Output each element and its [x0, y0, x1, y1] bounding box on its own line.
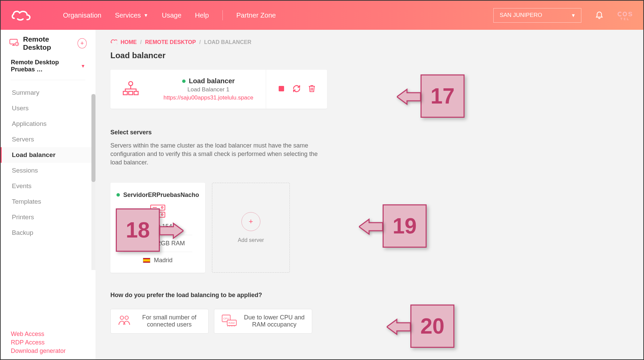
status-dot-icon: [182, 80, 186, 83]
svg-point-10: [162, 213, 163, 215]
svg-point-12: [125, 316, 128, 319]
sidebar-item-users[interactable]: Users: [1, 100, 95, 116]
nav-partner-zone[interactable]: Partner Zone: [236, 12, 276, 19]
flag-es-icon: [143, 258, 150, 263]
server-spec: 2 Cores - 2GB RAM: [116, 240, 199, 247]
lb-subname: Load Balancer 1: [154, 86, 262, 93]
top-nav: Organisation Services▼ Usage Help Partne…: [63, 10, 276, 20]
chevron-down-icon: ▼: [144, 13, 148, 18]
load-balancer-card: Load balancer Load Balancer 1 https://sa…: [110, 70, 327, 109]
server-ip: 10.0.0.154: [116, 223, 199, 230]
org-selector[interactable]: SAN JUNIPERO ▾: [493, 8, 581, 23]
sidebar-subscription-selector[interactable]: Remote Desktop Pruebas … ▼: [1, 57, 95, 78]
logo: [11, 9, 33, 22]
balancing-question: How do you prefer the load balancing to …: [110, 292, 623, 299]
svg-text:RAM: RAM: [229, 321, 235, 324]
lb-name: Load balancer: [189, 77, 235, 85]
cpu-ram-icon: CPURAM: [221, 314, 237, 329]
notifications-icon[interactable]: [595, 10, 604, 20]
svg-rect-4: [129, 91, 133, 95]
nav-services[interactable]: Services▼: [115, 12, 148, 19]
breadcrumb-current: LOAD BALANCER: [204, 39, 252, 45]
stop-button[interactable]: [278, 85, 285, 94]
home-icon: [110, 39, 117, 45]
link-web-access[interactable]: Web Access: [11, 331, 66, 338]
page-title: Load balancer: [110, 51, 623, 60]
server-card[interactable]: ServidorERPruebasNacho 10.0.0.154 2 Core…: [110, 183, 205, 273]
sidebar-item-printers[interactable]: Printers: [1, 209, 95, 225]
server-name: ServidorERPruebasNacho: [123, 192, 199, 199]
status-dot-icon: [116, 193, 120, 197]
add-server-label: Add server: [238, 237, 264, 243]
option-cpu-ram[interactable]: CPURAM Due to lower CPU and RAM occupanc…: [214, 309, 312, 334]
svg-text:CPU: CPU: [223, 317, 229, 320]
nav-help[interactable]: Help: [195, 12, 209, 19]
breadcrumb-home[interactable]: HOME: [121, 39, 137, 45]
svg-point-11: [120, 316, 124, 319]
breadcrumb: HOME / REMOTE DESKTOP / LOAD BALANCER: [110, 39, 623, 45]
chevron-down-icon: ▼: [81, 63, 85, 69]
sidebar-item-templates[interactable]: Templates: [1, 194, 95, 209]
nav-usage[interactable]: Usage: [162, 12, 181, 19]
select-servers-title: Select servers: [110, 129, 623, 136]
chevron-down-icon: ▾: [572, 12, 575, 19]
top-header: Organisation Services▼ Usage Help Partne…: [1, 1, 643, 30]
svg-point-2: [129, 82, 133, 86]
svg-marker-17: [397, 89, 421, 104]
sidebar-item-sessions[interactable]: Sessions: [1, 163, 95, 178]
sidebar-title: Remote Desktop: [23, 35, 73, 51]
plus-icon: +: [241, 212, 260, 231]
sidebar-nav: Summary Users Applications Servers Load …: [1, 85, 95, 241]
sidebar-item-load-balancer[interactable]: Load balancer: [1, 147, 95, 163]
sidebar-item-summary[interactable]: Summary: [1, 85, 95, 100]
sidebar-footer-links: Web Access RDP Access Download generator: [11, 331, 66, 355]
nav-separator: [222, 10, 223, 20]
add-remote-desktop-button[interactable]: +: [78, 38, 87, 48]
nav-organisation[interactable]: Organisation: [63, 12, 101, 19]
lb-url-link[interactable]: https://saju00apps31.jotelulu.space: [154, 94, 262, 101]
users-icon: [117, 315, 131, 328]
secondary-logo: ᴄᴏѕᴛᴇʟ: [617, 10, 633, 20]
svg-rect-5: [134, 91, 138, 95]
sidebar-item-servers[interactable]: Servers: [1, 132, 95, 147]
server-icon: [116, 204, 199, 220]
svg-rect-6: [279, 86, 284, 91]
divider: [11, 80, 85, 80]
delete-button[interactable]: [308, 85, 316, 94]
annotation-17: 17: [421, 74, 465, 118]
main-content: HOME / REMOTE DESKTOP / LOAD BALANCER Lo…: [95, 30, 643, 359]
svg-rect-3: [123, 91, 127, 95]
link-download-generator[interactable]: Download generator: [11, 347, 66, 355]
link-rdp-access[interactable]: RDP Access: [11, 339, 66, 346]
load-balancer-icon: [121, 81, 141, 98]
sidebar-scrollbar-thumb[interactable]: [91, 94, 95, 182]
sidebar-item-events[interactable]: Events: [1, 178, 95, 194]
svg-point-9: [162, 206, 163, 208]
option-connected-users[interactable]: For small number of connected users: [110, 309, 209, 334]
breadcrumb-remote-desktop[interactable]: REMOTE DESKTOP: [145, 39, 196, 45]
sidebar: Remote Desktop + Remote Desktop Pruebas …: [1, 30, 95, 359]
remote-desktop-icon: [9, 39, 19, 48]
sidebar-item-applications[interactable]: Applications: [1, 116, 95, 132]
sidebar-item-backup[interactable]: Backup: [1, 225, 95, 241]
select-servers-help: Servers within the same cluster as the l…: [110, 141, 320, 167]
refresh-button[interactable]: [293, 85, 301, 94]
server-location: Madrid: [154, 257, 172, 264]
add-server-card[interactable]: + Add server: [212, 183, 290, 273]
